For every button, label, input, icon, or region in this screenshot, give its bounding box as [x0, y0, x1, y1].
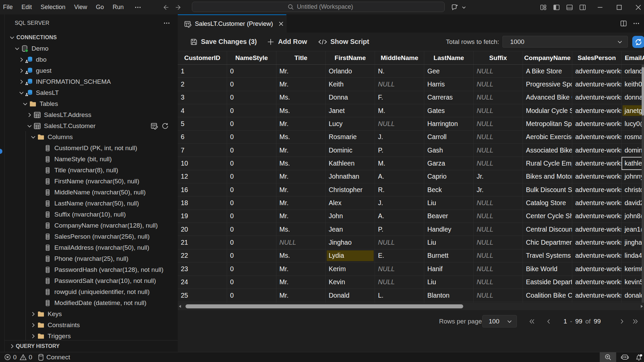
column-header-companyname[interactable]: CompanyName — [523, 51, 572, 64]
scroll-right-arrow[interactable] — [639, 303, 644, 310]
cell-companyname-row5[interactable]: Metropolitan Sports Supply — [523, 117, 572, 130]
tree-item-middlename[interactable]: MiddleName (nvarchar(50), null) — [5, 187, 178, 198]
menu-file[interactable]: File — [0, 0, 17, 14]
tree-item-passwordsalt[interactable]: PasswordSalt (varchar(10), not null) — [5, 275, 178, 286]
tree-item-tables[interactable]: Tables — [5, 98, 178, 109]
tree-item-saleslt.address[interactable]: SalesLT.Address — [5, 109, 178, 120]
cell-companyname-row24[interactable]: Eastside Department Store — [523, 276, 572, 289]
cell-firstname-row2[interactable]: Keith — [326, 78, 375, 90]
cell-title-row6[interactable]: Ms. — [276, 131, 326, 143]
cell-middlename-row18[interactable]: J. — [375, 196, 424, 209]
cell-suffix-row21[interactable]: NULL — [474, 236, 523, 249]
cell-lastname-row3[interactable]: Carreras — [424, 91, 474, 104]
menu-edit[interactable]: Edit — [17, 0, 36, 14]
column-header-lastname[interactable]: LastName — [424, 51, 474, 64]
cell-namestyle-row19[interactable]: 0 — [227, 210, 276, 223]
cell-companyname-row19[interactable]: Center Cycle Shop — [523, 210, 572, 223]
column-header-title[interactable]: Title — [276, 51, 326, 64]
cell-lastname-row5[interactable]: Harrington — [424, 117, 474, 130]
column-header-namestyle[interactable]: NameStyle — [227, 51, 276, 64]
add-row-button[interactable]: Add Row — [266, 33, 307, 51]
cell-emailaddress-row12[interactable]: johnny0@adventure-works.com — [622, 170, 644, 183]
cell-firstname-row16[interactable]: Christopher — [326, 183, 375, 196]
cell-companyname-row23[interactable]: Bike World — [523, 262, 572, 275]
cell-middlename-row20[interactable]: P. — [375, 223, 424, 236]
toggle-sidebar-button[interactable] — [550, 0, 563, 14]
sidebar-more-button[interactable] — [163, 19, 170, 27]
cell-lastname-row18[interactable]: Liu — [424, 196, 474, 209]
tree-item-suffix[interactable]: Suffix (nvarchar(10), null) — [5, 209, 178, 220]
cell-middlename-row5[interactable]: NULL — [375, 117, 424, 130]
grid-horizontal-scrollbar[interactable] — [178, 303, 644, 310]
cell-emailaddress-row7[interactable]: dominic0@adventure-works.com — [622, 144, 644, 157]
tree-item-rowguid[interactable]: rowguid (uniqueidentifier, not null) — [5, 286, 178, 297]
cell-salesperson-row1[interactable]: adventure-works\pamela0 — [572, 65, 622, 77]
cell-namestyle-row7[interactable]: 0 — [227, 144, 276, 157]
cell-companyname-row16[interactable]: Bulk Discount Store — [523, 183, 572, 196]
cell-salesperson-row2[interactable]: adventure-works\david8 — [572, 78, 622, 90]
cell-lastname-row7[interactable]: Gash — [424, 144, 474, 157]
cell-firstname-row3[interactable]: Donna — [326, 91, 375, 104]
cell-namestyle-row16[interactable]: 0 — [227, 183, 276, 196]
cell-emailaddress-row16[interactable]: christopher1@adventure-works.com — [622, 183, 644, 196]
cell-firstname-row18[interactable]: Alex — [326, 196, 375, 209]
cell-firstname-row19[interactable]: John — [326, 210, 375, 223]
cell-emailaddress-row19[interactable]: john8@adventure-works.com — [622, 210, 644, 223]
cell-namestyle-row3[interactable]: 0 — [227, 91, 276, 104]
cell-customerid-row25[interactable]: 25 — [178, 289, 227, 302]
cell-title-row12[interactable]: Mr. — [276, 170, 326, 183]
cell-firstname-row23[interactable]: Kerim — [326, 262, 375, 275]
problems-status[interactable]: 0 0 — [4, 352, 32, 362]
copilot-chevron-icon[interactable] — [461, 5, 467, 10]
cell-suffix-row22[interactable]: NULL — [474, 249, 523, 262]
cell-emailaddress-row25[interactable]: donald0@adventure-works.com — [622, 289, 644, 302]
cell-customerid-row1[interactable]: 1 — [178, 65, 227, 77]
toggle-secondary-sidebar-button[interactable] — [576, 0, 589, 14]
cell-customerid-row23[interactable]: 23 — [178, 262, 227, 275]
editor-actions-more-button[interactable] — [633, 20, 640, 27]
cell-customerid-row10[interactable]: 10 — [178, 157, 227, 170]
cell-companyname-row25[interactable]: Coalition Bike Company — [523, 289, 572, 302]
menu-go[interactable]: Go — [92, 0, 108, 14]
query-history-section-header[interactable]: QUERY HISTORY — [5, 340, 178, 352]
cell-title-row4[interactable]: Ms. — [276, 104, 326, 117]
tree-item-columns[interactable]: Columns — [5, 131, 178, 142]
cell-customerid-row2[interactable]: 2 — [178, 78, 227, 90]
cell-namestyle-row4[interactable]: 0 — [227, 104, 276, 117]
cell-middlename-row16[interactable]: R. — [375, 183, 424, 196]
cell-middlename-row10[interactable]: M. — [375, 157, 424, 170]
customize-layout-button[interactable] — [537, 0, 550, 14]
cell-firstname-row1[interactable]: Orlando — [326, 65, 375, 77]
menu-view[interactable]: View — [70, 0, 92, 14]
cell-emailaddress-row5[interactable]: lucy0@adventure-works.com — [622, 117, 644, 130]
tree-item-saleslt[interactable]: SalesLT — [5, 87, 178, 98]
cell-firstname-row20[interactable]: Jean — [326, 223, 375, 236]
cell-customerid-row20[interactable]: 20 — [178, 223, 227, 236]
tree-item-keys[interactable]: Keys — [5, 308, 178, 319]
cell-suffix-row6[interactable]: NULL — [474, 131, 523, 143]
cell-customerid-row12[interactable]: 12 — [178, 170, 227, 183]
cell-namestyle-row24[interactable]: 0 — [227, 276, 276, 289]
tree-item-customerid[interactable]: CustomerID (PK, int, not null) — [5, 142, 178, 154]
tree-item-firstname[interactable]: FirstName (nvarchar(50), null) — [5, 176, 178, 187]
cell-emailaddress-row23[interactable]: kerim0@adventure-works.com — [622, 262, 644, 275]
tree-item-salesperson[interactable]: SalesPerson (nvarchar(256), null) — [5, 231, 178, 242]
connect-status-button[interactable]: Connect — [38, 352, 70, 362]
back-button[interactable] — [162, 4, 169, 11]
menu-more-button[interactable] — [131, 4, 145, 11]
menu-run[interactable]: Run — [108, 0, 128, 14]
cell-customerid-row3[interactable]: 3 — [178, 91, 227, 104]
cell-namestyle-row18[interactable]: 0 — [227, 196, 276, 209]
show-script-button[interactable]: Show Script — [318, 33, 369, 51]
cell-suffix-row3[interactable]: NULL — [474, 91, 523, 104]
tab-saleslt-customer[interactable]: SalesLT.Customer (Preview) — [178, 14, 286, 33]
cell-companyname-row3[interactable]: Advanced Bike Components — [523, 91, 572, 104]
cell-namestyle-row1[interactable]: 0 — [227, 65, 276, 77]
zoom-status-button[interactable] — [600, 352, 616, 362]
tree-item-saleslt.customer[interactable]: SalesLT.Customer — [5, 120, 178, 131]
cell-suffix-row4[interactable]: NULL — [474, 104, 523, 117]
vertical-scrollbar-thumb[interactable] — [642, 67, 644, 116]
cell-title-row10[interactable]: Ms. — [276, 157, 326, 170]
split-editor-button[interactable] — [620, 20, 627, 27]
cell-customerid-row6[interactable]: 6 — [178, 131, 227, 143]
